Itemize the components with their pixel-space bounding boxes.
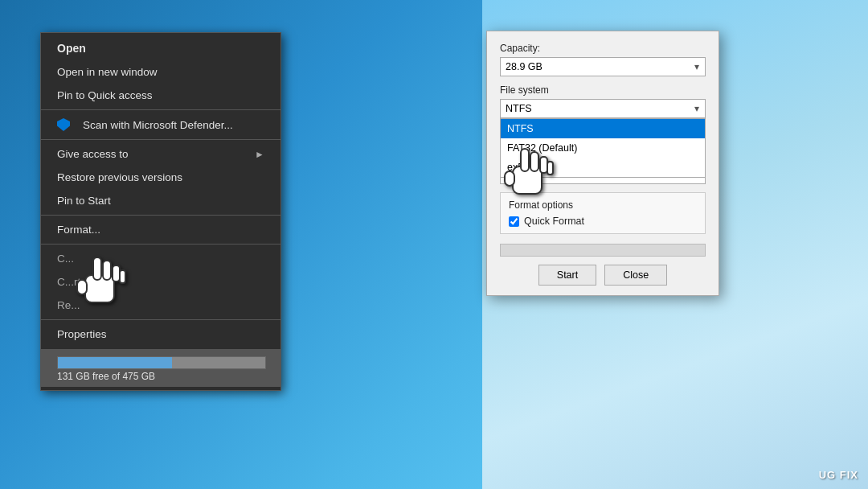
context-menu-item-copy[interactable]: C... [41,247,280,270]
format-options-title: Format options [509,199,697,211]
quick-format-label: Quick Format [524,216,584,227]
context-menu-item-rename[interactable]: Re... [41,294,280,317]
separator-2 [41,139,280,140]
start-button[interactable]: Start [538,265,596,286]
format-progress-bar [500,244,706,257]
separator-1 [41,109,280,110]
context-menu-item-open[interactable]: Open [41,36,280,60]
context-menu-item-open-new-window[interactable]: Open in new window [41,60,280,84]
filesystem-dropdown-list: NTFS FAT32 (Default) exFAT [500,118,706,178]
context-menu-item-restore-versions[interactable]: Restore previous versions [41,166,280,189]
separator-4 [41,244,280,244]
dialog-content: Capacity: 28.9 GB File system ▾ NTFS FAT… [487,31,719,234]
format-dialog: Capacity: 28.9 GB File system ▾ NTFS FAT… [486,31,719,296]
separator-3 [41,215,280,216]
capacity-select[interactable]: 28.9 GB [500,57,706,76]
filesystem-option-exfat[interactable]: exFAT [501,158,705,177]
quick-format-row: Quick Format [509,216,697,227]
context-menu-item-create-shortcut[interactable]: C...rtcut [41,270,280,294]
context-menu-item-format[interactable]: Format... [41,218,280,241]
separator-5 [41,319,280,320]
disk-space-bar [57,356,266,369]
disk-space-text: 131 GB free of 475 GB [57,371,264,382]
close-button[interactable]: Close [604,265,667,286]
context-menu: Open Open in new window Pin to Quick acc… [40,32,281,391]
filesystem-dropdown: ▾ NTFS FAT32 (Default) exFAT [500,99,706,118]
filesystem-option-fat32[interactable]: FAT32 (Default) [501,138,705,158]
capacity-select-wrapper: 28.9 GB [500,57,706,76]
watermark: UG FIX [819,469,858,481]
context-menu-item-give-access[interactable]: Give access to ► [41,142,280,166]
context-menu-item-scan-defender[interactable]: Scan with Microsoft Defender... [41,113,280,137]
context-menu-item-pin-start[interactable]: Pin to Start [41,189,280,212]
context-menu-item-pin-quick-access[interactable]: Pin to Quick access [41,84,280,107]
capacity-label: Capacity: [500,43,706,54]
context-menu-item-properties[interactable]: Properties [41,323,280,346]
filesystem-input[interactable] [500,99,706,118]
defender-shield-icon [57,118,70,131]
quick-format-checkbox[interactable] [509,216,519,227]
filesystem-option-ntfs[interactable]: NTFS [501,119,705,138]
desktop: Open Open in new window Pin to Quick acc… [0,0,868,489]
format-options-group: Format options Quick Format [500,192,706,234]
filesystem-label: File system [500,84,706,96]
dialog-buttons: Start Close [487,265,719,286]
context-menu-statusbar: 131 GB free of 475 GB [41,349,280,387]
disk-space-fill [58,357,172,368]
submenu-arrow-icon: ► [255,149,264,160]
